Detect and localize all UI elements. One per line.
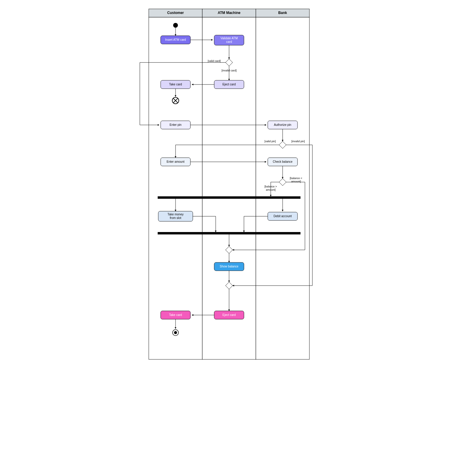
label-valid-pin: [valid pin] bbox=[264, 140, 276, 143]
lane-title-customer: Customer bbox=[167, 11, 184, 15]
lane-title-atm: ATM Machine bbox=[218, 11, 241, 15]
lane-body-customer bbox=[149, 17, 202, 359]
label-take-money-1: Take money bbox=[167, 213, 184, 216]
swimlane-diagram: Customer ATM Machine Bank Insert ATM car… bbox=[134, 6, 342, 363]
label-validate-card-1: Validate ATM bbox=[220, 37, 238, 40]
label-check-balance: Check balance bbox=[273, 160, 293, 163]
label-insert-card: Insert ATM card bbox=[165, 38, 186, 41]
label-validate-card-2: card bbox=[226, 40, 232, 43]
label-balance-gt-1: [balance > bbox=[264, 185, 277, 188]
label-balance-lt-1: [balance < bbox=[290, 177, 302, 180]
lane-title-bank: Bank bbox=[278, 11, 287, 15]
label-take-card-2: Take card bbox=[169, 313, 182, 317]
label-debit-account: Debit account bbox=[273, 214, 292, 218]
label-invalid-pin: [invalid pin] bbox=[291, 140, 305, 143]
label-show-balance: Show balance bbox=[220, 265, 239, 268]
label-balance-lt-2: amount] bbox=[291, 180, 301, 183]
start-node bbox=[173, 23, 178, 28]
fork-bar bbox=[158, 196, 300, 199]
label-invalid-card: [invalid card] bbox=[222, 69, 237, 72]
label-eject-card-2: Eject card bbox=[223, 313, 236, 317]
label-take-card-1: Take card bbox=[169, 83, 182, 86]
label-valid-card: [valid card] bbox=[208, 60, 221, 62]
join-bar bbox=[158, 232, 300, 234]
end-node-dot bbox=[174, 331, 177, 334]
lane-body-bank bbox=[256, 17, 309, 359]
label-authorize-pin: Authorize pin bbox=[274, 123, 291, 126]
label-enter-pin: Enter pin bbox=[170, 123, 181, 126]
label-take-money-2: from slot bbox=[170, 216, 181, 220]
label-enter-amount: Enter amount bbox=[167, 160, 184, 163]
label-balance-gt-2: amount] bbox=[266, 188, 276, 191]
label-eject-card-1: Eject card bbox=[223, 83, 236, 86]
